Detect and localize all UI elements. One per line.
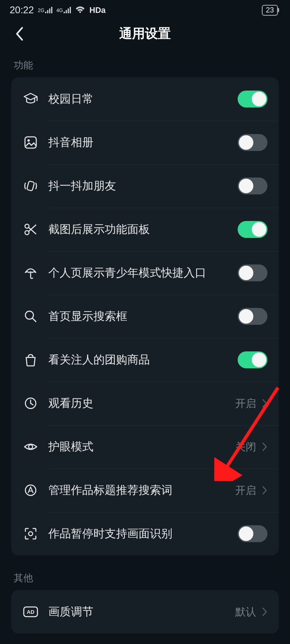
row-label: 护眼模式	[48, 439, 235, 454]
row-label: 截图后展示功能面板	[48, 222, 238, 237]
row-album[interactable]: 抖音相册	[11, 121, 279, 164]
svg-point-13	[25, 311, 33, 319]
svg-rect-3	[51, 7, 52, 13]
toggle-recognition[interactable]	[238, 525, 267, 542]
row-label: 看关注人的团购商品	[48, 352, 238, 367]
section-other-label: 其他	[0, 555, 290, 590]
shake-icon	[23, 178, 39, 194]
status-left: 20:22 2G 4G HDa	[10, 4, 106, 16]
signal-2g-icon: 2G	[38, 7, 52, 13]
row-screenshot[interactable]: 截图后展示功能面板	[11, 208, 279, 251]
row-label: 抖音相册	[48, 135, 238, 150]
back-button[interactable]	[11, 26, 27, 42]
clock-icon	[23, 395, 39, 411]
svg-rect-1	[47, 10, 48, 13]
svg-rect-10	[27, 181, 34, 191]
toggle-album[interactable]	[238, 134, 267, 151]
row-campus[interactable]: 校园日常	[11, 77, 279, 121]
umbrella-icon	[23, 265, 39, 281]
row-history[interactable]: 观看历史 开启	[11, 382, 279, 425]
header: 通用设置	[0, 20, 290, 47]
toggle-teen[interactable]	[238, 264, 267, 281]
section-functions-label: 功能	[0, 47, 290, 77]
row-value: 开启	[235, 396, 256, 411]
row-search[interactable]: 首页显示搜索框	[11, 295, 279, 338]
row-teen[interactable]: 个人页展示青少年模式快捷入口	[11, 251, 279, 295]
wifi-icon	[75, 6, 85, 14]
svg-point-15	[29, 445, 33, 449]
svg-point-9	[27, 139, 30, 142]
toggle-shake[interactable]	[238, 178, 267, 194]
row-shake[interactable]: 抖一抖加朋友	[11, 164, 279, 208]
row-label: 抖一抖加朋友	[48, 178, 238, 194]
ad-quality-icon: AD	[23, 604, 39, 620]
toggle-search[interactable]	[238, 308, 267, 325]
graduation-cap-icon	[23, 91, 39, 107]
row-shop[interactable]: 看关注人的团购商品	[11, 338, 279, 382]
status-right: 23	[262, 5, 278, 16]
search-icon	[23, 308, 39, 324]
status-time: 20:22	[10, 4, 34, 16]
chevron-right-icon	[262, 398, 267, 408]
battery-icon: 23	[262, 5, 278, 16]
svg-rect-0	[45, 12, 46, 13]
shopping-bag-icon	[23, 352, 39, 368]
scan-icon	[23, 526, 39, 542]
functions-card: 校园日常 抖音相册 抖一抖加朋友 截图后展示功能面板 个人页展示青少年模式快捷入…	[11, 77, 279, 555]
row-value: 开启	[235, 483, 256, 497]
toggle-screenshot[interactable]	[238, 221, 267, 238]
chevron-left-icon	[15, 27, 24, 41]
svg-rect-4	[64, 12, 65, 13]
row-label: 画质调节	[48, 604, 235, 619]
svg-point-17	[29, 532, 33, 536]
chevron-right-icon	[262, 607, 267, 617]
svg-text:AD: AD	[27, 609, 35, 615]
toggle-campus[interactable]	[238, 91, 267, 107]
battery-level: 23	[266, 6, 274, 14]
image-icon	[23, 134, 39, 151]
hd-indicator: HDa	[89, 6, 106, 15]
row-label: 观看历史	[48, 396, 235, 411]
svg-rect-8	[25, 137, 36, 148]
row-quality[interactable]: AD 画质调节 默认	[11, 590, 279, 634]
eye-icon	[23, 439, 39, 455]
chevron-right-icon	[262, 485, 267, 495]
row-label: 作品暂停时支持画面识别	[48, 526, 238, 541]
row-label: 个人页展示青少年模式快捷入口	[48, 265, 238, 281]
status-bar: 20:22 2G 4G HDa 23	[0, 0, 290, 20]
scissors-icon	[23, 221, 39, 237]
other-card: AD 画质调节 默认	[11, 590, 279, 634]
row-label: 校园日常	[48, 91, 238, 107]
svg-rect-5	[66, 10, 67, 13]
row-label: 首页显示搜索框	[48, 309, 238, 324]
svg-rect-2	[49, 8, 50, 13]
toggle-shop[interactable]	[238, 351, 267, 368]
row-eyecare[interactable]: 护眼模式 关闭	[11, 425, 279, 469]
row-recognition[interactable]: 作品暂停时支持画面识别	[11, 512, 279, 555]
svg-rect-7	[70, 7, 71, 13]
row-value: 默认	[235, 605, 256, 619]
page-title: 通用设置	[0, 25, 290, 43]
chevron-right-icon	[262, 442, 267, 452]
row-keywords[interactable]: 管理作品标题推荐搜索词 开启	[11, 469, 279, 512]
row-label: 管理作品标题推荐搜索词	[48, 483, 235, 498]
svg-rect-6	[68, 8, 69, 13]
signal-4g-icon: 4G	[56, 7, 71, 13]
circled-a-icon	[23, 482, 39, 498]
row-value: 关闭	[235, 440, 256, 454]
